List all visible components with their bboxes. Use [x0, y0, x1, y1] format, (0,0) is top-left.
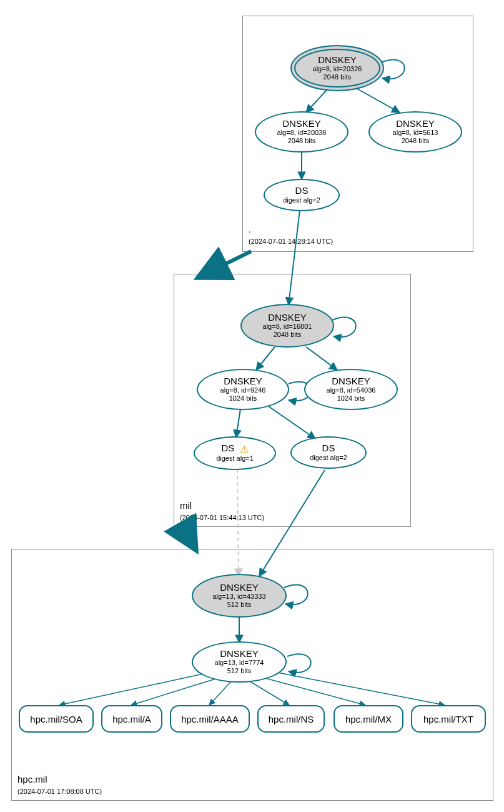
node-root-ksk: DNSKEY alg=8, id=20326 2048 bits	[290, 45, 384, 91]
node-sub: 512 bits	[227, 601, 252, 609]
node-root-zsk2: DNSKEY alg=8, id=5613 2048 bits	[368, 111, 462, 153]
node-title: DNSKEY	[268, 313, 307, 323]
node-title: DNSKEY	[318, 55, 357, 66]
node-sub: alg=8, id=20038	[277, 129, 327, 137]
node-sub: digest alg=2	[283, 196, 320, 204]
node-sub: alg=13, id=7774	[215, 659, 264, 667]
rr-txt: hpc.mil/TXT	[411, 705, 486, 733]
node-mil-ksk: DNSKEY alg=8, id=16801 2048 bits	[240, 304, 334, 348]
node-mil-ds2: DS digest alg=2	[290, 436, 367, 469]
node-sub: 2048 bits	[324, 73, 352, 81]
node-title: DNSKEY	[282, 119, 321, 129]
zone-title-hpcmil: hpc.mil	[17, 774, 47, 784]
node-sub: digest alg=1	[216, 454, 254, 463]
node-sub: alg=8, id=16801	[263, 323, 312, 331]
node-title: DNSKEY	[224, 376, 262, 387]
node-sub: 1024 bits	[337, 394, 365, 403]
node-sub: alg=8, id=54036	[327, 386, 376, 394]
node-sub: 1024 bits	[229, 394, 257, 403]
node-sub: alg=8, id=9246	[220, 386, 266, 394]
rr-soa: hpc.mil/SOA	[19, 705, 94, 733]
node-root-zsk1: DNSKEY alg=8, id=20038 2048 bits	[255, 111, 348, 153]
node-mil-zsk1: DNSKEY alg=8, id=9246 1024 bits	[197, 369, 289, 410]
node-root-ds: DS digest alg=2	[264, 179, 340, 211]
node-sub: 2048 bits	[402, 137, 430, 145]
zone-timestamp-hpcmil: (2024-07-01 17:08:08 UTC)	[17, 788, 102, 795]
node-title: DS	[322, 443, 335, 454]
ds-label: DS	[221, 443, 234, 453]
rr-aaaa: hpc.mil/AAAA	[170, 705, 250, 733]
zone-timestamp-mil: (2024-07-01 15:44:13 UTC)	[180, 514, 264, 521]
node-sub: alg=8, id=5613	[393, 129, 438, 137]
node-title: DNSKEY	[396, 119, 435, 129]
node-title: DNSKEY	[220, 583, 259, 593]
warning-icon: ⚠	[240, 444, 249, 455]
node-sub: digest alg=2	[310, 454, 347, 462]
node-title: DS	[295, 186, 309, 196]
node-sub: alg=8, id=20326	[313, 65, 362, 73]
node-sub: 2048 bits	[288, 137, 316, 145]
node-sub: 512 bits	[227, 667, 252, 675]
node-title: DNSKEY	[332, 376, 370, 387]
zone-timestamp-root: (2024-07-01 14:28:14 UTC)	[249, 238, 333, 245]
node-hpc-zsk: DNSKEY alg=13, id=7774 512 bits	[192, 641, 287, 683]
rr-mx: hpc.mil/MX	[334, 705, 403, 733]
node-title: DNSKEY	[220, 649, 259, 659]
node-sub: 2048 bits	[274, 331, 302, 339]
node-hpc-ksk: DNSKEY alg=13, id=43333 512 bits	[192, 574, 287, 618]
rr-ns: hpc.mil/NS	[257, 705, 325, 733]
rr-a: hpc.mil/A	[101, 705, 162, 733]
node-mil-zsk2: DNSKEY alg=8, id=54036 1024 bits	[304, 369, 398, 410]
node-title: DS ⚠	[221, 443, 248, 454]
node-mil-ds1: DS ⚠ digest alg=1	[194, 436, 276, 470]
node-sub: alg=13, id=43333	[212, 593, 265, 601]
zone-title-root: .	[249, 224, 251, 234]
zone-title-mil: mil	[180, 500, 192, 511]
